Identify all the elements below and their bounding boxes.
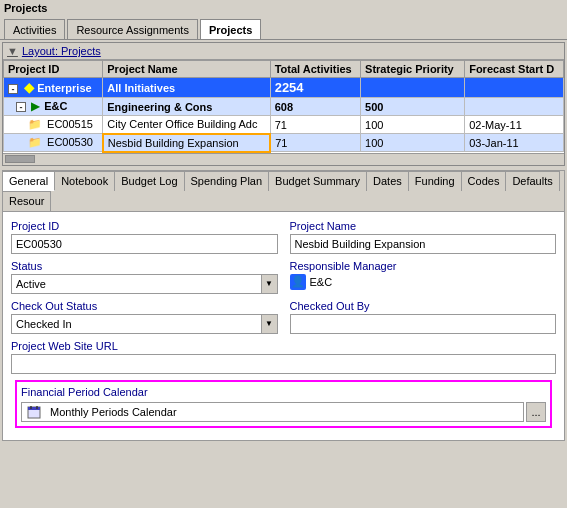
row-strategic-priority: 500	[361, 98, 465, 116]
person-icon: 👤	[291, 275, 305, 288]
row-project-name: All Initiatives	[103, 78, 270, 98]
project-url-group: Project Web Site URL	[11, 340, 556, 374]
tab-resource-assignments[interactable]: Resource Assignments	[67, 19, 198, 39]
responsible-manager-group: Responsible Manager 👤 E&C	[290, 260, 557, 294]
checked-out-by-group: Checked Out By	[290, 300, 557, 334]
tab-spending-plan[interactable]: Spending Plan	[185, 171, 270, 191]
arrow-icon: ▶	[31, 100, 39, 112]
row-forecast-start: 02-May-11	[465, 116, 564, 134]
row-total-activities: 71	[270, 116, 360, 134]
financial-period-input[interactable]: Monthly Periods Calendar	[21, 402, 524, 422]
row-strategic-priority	[361, 78, 465, 98]
col-strategic-priority: Strategic Priority	[361, 61, 465, 78]
row-forecast-start: 03-Jan-11	[465, 134, 564, 152]
check-out-status-group: Check Out Status Checked In Checked Out …	[11, 300, 278, 334]
status-group: Status Active Inactive What-If ▼	[11, 260, 278, 294]
row-project-id: 📁 EC00530	[4, 134, 103, 152]
status-select-wrap: Active Inactive What-If ▼	[11, 274, 278, 294]
main-table-section: ▼ Layout: Projects Project ID Project Na…	[2, 42, 565, 166]
tab-notebook[interactable]: Notebook	[55, 171, 115, 191]
status-label: Status	[11, 260, 278, 272]
project-name-label: Project Name	[290, 220, 557, 232]
detail-section: General Notebook Budget Log Spending Pla…	[2, 170, 565, 441]
project-url-field[interactable]	[11, 354, 556, 374]
scroll-thumb[interactable]	[5, 155, 35, 163]
row-total-activities: 608	[270, 98, 360, 116]
project-id-label: Project ID	[11, 220, 278, 232]
financial-period-label: Financial Period Calendar	[21, 386, 546, 398]
tab-general[interactable]: General	[3, 171, 55, 191]
financial-period-value: Monthly Periods Calendar	[50, 406, 177, 418]
row-project-name: City Center Office Building Adc	[103, 116, 270, 134]
checkout-dropdown-btn[interactable]: ▼	[262, 314, 278, 334]
project-id-group: Project ID	[11, 220, 278, 254]
expand-icon[interactable]: -	[8, 84, 18, 94]
project-data-table: Project ID Project Name Total Activities…	[3, 60, 564, 153]
form-row-3: Check Out Status Checked In Checked Out …	[11, 300, 556, 334]
tab-codes[interactable]: Codes	[462, 171, 507, 191]
table-row[interactable]: - ◆ Enterprise All Initiatives 2254	[4, 78, 564, 98]
status-dropdown-btn[interactable]: ▼	[262, 274, 278, 294]
status-select[interactable]: Active Inactive What-If	[11, 274, 262, 294]
col-project-id: Project ID	[4, 61, 103, 78]
row-strategic-priority: 100	[361, 134, 465, 152]
tab-projects[interactable]: Projects	[200, 19, 261, 39]
general-form: Project ID Project Name Status Active In…	[3, 212, 564, 440]
responsible-manager-label: Responsible Manager	[290, 260, 557, 272]
calendar-icon	[26, 404, 42, 420]
project-name-field[interactable]	[290, 234, 557, 254]
tab-budget-log[interactable]: Budget Log	[115, 171, 184, 191]
row-forecast-start	[465, 98, 564, 116]
browse-button[interactable]: ...	[526, 402, 546, 422]
form-row-4: Project Web Site URL	[11, 340, 556, 374]
row-strategic-priority: 100	[361, 116, 465, 134]
top-nav: Activities Resource Assignments Projects	[0, 16, 567, 40]
table-row[interactable]: 📁 EC00515 City Center Office Building Ad…	[4, 116, 564, 134]
manager-row: 👤 E&C	[290, 274, 557, 290]
row-project-id: 📁 EC00515	[4, 116, 103, 134]
chevron-down-icon: ▼	[265, 279, 273, 288]
tab-activities[interactable]: Activities	[4, 19, 65, 39]
financial-input-row: Monthly Periods Calendar ...	[21, 402, 546, 422]
detail-tabs-bar: General Notebook Budget Log Spending Pla…	[3, 171, 564, 212]
financial-period-section: Financial Period Calendar Monthly Period…	[15, 380, 552, 428]
row-project-id: - ▶ E&C	[4, 98, 103, 116]
layout-arrow: ▼	[7, 45, 18, 57]
row-project-id: - ◆ Enterprise	[4, 78, 103, 98]
manager-icon: 👤	[290, 274, 306, 290]
projects-table: Project ID Project Name Total Activities…	[3, 60, 564, 153]
table-row[interactable]: - ▶ E&C Engineering & Cons 608 500	[4, 98, 564, 116]
row-total-activities: 71	[270, 134, 360, 152]
row-total-activities: 2254	[270, 78, 360, 98]
table-header-row: Project ID Project Name Total Activities…	[4, 61, 564, 78]
project-name-group: Project Name	[290, 220, 557, 254]
checked-out-by-field[interactable]	[290, 314, 557, 334]
layout-label[interactable]: Layout: Projects	[22, 45, 101, 57]
horizontal-scrollbar[interactable]	[3, 153, 564, 165]
project-url-label: Project Web Site URL	[11, 340, 556, 352]
checked-out-by-label: Checked Out By	[290, 300, 557, 312]
col-forecast-start: Forecast Start D	[465, 61, 564, 78]
chevron-down-icon: ▼	[265, 319, 273, 328]
tab-dates[interactable]: Dates	[367, 171, 409, 191]
tab-budget-summary[interactable]: Budget Summary	[269, 171, 367, 191]
project-id-field[interactable]	[11, 234, 278, 254]
row-project-name: Engineering & Cons	[103, 98, 270, 116]
col-project-name: Project Name	[103, 61, 270, 78]
title-bar: Projects	[0, 0, 567, 16]
table-row[interactable]: 📁 EC00530 Nesbid Building Expansion 71 1…	[4, 134, 564, 152]
check-out-status-label: Check Out Status	[11, 300, 278, 312]
form-row-2: Status Active Inactive What-If ▼ Respons…	[11, 260, 556, 294]
form-row-1: Project ID Project Name	[11, 220, 556, 254]
tab-resour[interactable]: Resour	[3, 191, 51, 211]
folder-icon: 📁	[28, 118, 42, 130]
manager-value: E&C	[310, 276, 333, 288]
folder-icon: 📁	[28, 136, 42, 148]
app-title: Projects	[4, 2, 47, 14]
tab-funding[interactable]: Funding	[409, 171, 462, 191]
check-out-status-select[interactable]: Checked In Checked Out	[11, 314, 262, 334]
tab-defaults[interactable]: Defaults	[506, 171, 559, 191]
row-forecast-start	[465, 78, 564, 98]
check-out-status-select-wrap: Checked In Checked Out ▼	[11, 314, 278, 334]
expand-icon[interactable]: -	[16, 102, 26, 112]
